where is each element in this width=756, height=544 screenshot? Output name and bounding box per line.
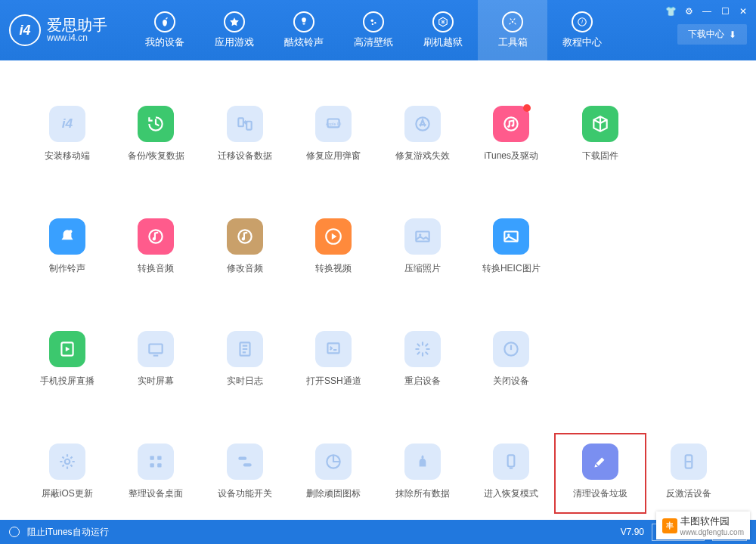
svg-rect-28 <box>328 343 339 353</box>
svg-point-15 <box>69 230 72 233</box>
app-title: 爱思助手 <box>47 17 107 33</box>
tool-gear[interactable]: 屏蔽iOS更新 <box>26 444 109 500</box>
log-icon <box>227 331 263 367</box>
tool-label: 设备功能开关 <box>218 487 272 500</box>
itunes-icon <box>493 106 529 142</box>
svg-point-2 <box>372 23 373 25</box>
watermark-brand: 丰图软件园 <box>680 515 745 528</box>
tool-log[interactable]: 实时日志 <box>203 331 287 388</box>
svg-rect-35 <box>238 457 246 460</box>
tool-label: 整理设备桌面 <box>129 487 183 500</box>
download-center-label: 下载中心 <box>688 28 724 41</box>
bell-icon <box>49 218 85 255</box>
nav-icon <box>502 11 523 32</box>
tool-recovery[interactable]: 进入恢复模式 <box>469 444 553 500</box>
tool-label: 进入恢复模式 <box>484 487 538 500</box>
svg-rect-36 <box>243 463 252 466</box>
nav-icon: i <box>572 11 593 32</box>
svg-rect-34 <box>157 463 161 467</box>
tool-pie[interactable]: 删除顽固图标 <box>292 444 375 500</box>
svg-rect-33 <box>150 463 154 467</box>
svg-rect-7 <box>238 118 243 126</box>
toolbox-content: i4安装移动端备份/恢复数据迁移设备数据Apple ID修复应用弹窗修复游戏失效… <box>0 60 756 520</box>
nav-label: 刷机越狱 <box>423 36 463 49</box>
svg-point-19 <box>241 237 244 240</box>
main-nav: 我的设备应用游戏酷炫铃声高清壁纸刷机越狱工具箱i教程中心 <box>130 0 617 60</box>
nav-device[interactable]: 我的设备 <box>130 0 200 60</box>
tool-label: 重启设备 <box>404 375 441 388</box>
photo-icon <box>404 218 441 255</box>
tool-transfer[interactable]: 迁移设备数据 <box>203 106 287 162</box>
tool-loading[interactable]: 重启设备 <box>381 331 464 388</box>
svg-rect-21 <box>416 232 429 242</box>
deactivate-icon <box>671 444 707 480</box>
tool-i4[interactable]: i4安装移动端 <box>26 106 109 162</box>
nav-label: 教程中心 <box>562 36 602 49</box>
nav-apps[interactable]: 应用游戏 <box>200 0 269 60</box>
tool-heic[interactable]: 转换HEIC图片 <box>469 218 553 275</box>
tool-label: 迁移设备数据 <box>218 150 272 162</box>
settings-icon[interactable]: ⚙ <box>682 5 696 18</box>
restore-icon <box>138 106 174 142</box>
tool-label: 安装移动端 <box>45 150 90 162</box>
svg-rect-38 <box>508 455 515 466</box>
tool-bell[interactable]: 制作铃声 <box>26 218 109 275</box>
svg-point-17 <box>153 237 156 240</box>
tool-itunes[interactable]: iTunes及驱动 <box>469 106 553 162</box>
nav-toolbox[interactable]: 工具箱 <box>478 0 547 60</box>
tool-toggles[interactable]: 设备功能开关 <box>203 444 287 500</box>
tool-screen[interactable]: 实时屏幕 <box>114 331 197 388</box>
tool-label: 转换HEIC图片 <box>482 262 541 275</box>
close-button[interactable]: ✕ <box>736 5 750 18</box>
tool-label: 下载固件 <box>582 150 618 162</box>
tool-edit-audio[interactable]: 修改音频 <box>203 218 287 275</box>
tool-label: 打开SSH通道 <box>306 375 361 388</box>
nav-icon <box>224 11 245 32</box>
nav-wallpapers[interactable]: 高清壁纸 <box>339 0 408 60</box>
gear-icon <box>49 444 85 480</box>
tool-erase[interactable]: 抹除所有数据 <box>381 444 464 500</box>
tool-ssh[interactable]: 打开SSH通道 <box>292 331 375 388</box>
tool-label: 关闭设备 <box>493 375 529 388</box>
prevent-itunes-label[interactable]: 阻止iTunes自动运行 <box>27 526 109 539</box>
tool-appleid[interactable]: Apple ID修复应用弹窗 <box>292 106 375 162</box>
svg-point-14 <box>512 125 514 127</box>
ssh-icon <box>315 331 352 367</box>
window-controls: 👕 ⚙ — ☐ ✕ <box>664 5 750 18</box>
tool-restore[interactable]: 备份/恢复数据 <box>114 106 197 162</box>
tool-label: 修改音频 <box>227 262 263 275</box>
tool-power[interactable]: 关闭设备 <box>469 331 553 388</box>
tool-appstore[interactable]: 修复游戏失效 <box>381 106 464 162</box>
tool-cast[interactable]: 手机投屏直播 <box>26 331 109 388</box>
tool-label: 手机投屏直播 <box>40 375 94 388</box>
nav-label: 高清壁纸 <box>354 36 393 49</box>
tool-play[interactable]: 转换视频 <box>292 218 375 275</box>
nav-icon <box>432 11 454 32</box>
tool-label: 抹除所有数据 <box>395 487 450 500</box>
theme-icon[interactable]: 👕 <box>664 5 677 18</box>
svg-rect-32 <box>157 456 161 459</box>
tool-photo[interactable]: 压缩照片 <box>381 218 464 275</box>
watermark-icon: 丰 <box>662 518 677 533</box>
svg-point-30 <box>65 459 70 465</box>
notification-dot-icon <box>523 104 531 112</box>
tool-label: 实时屏幕 <box>138 375 174 388</box>
maximize-button[interactable]: ☐ <box>718 5 732 18</box>
clean-icon <box>582 444 618 480</box>
nav-icon <box>293 11 314 32</box>
nav-tutorials[interactable]: i教程中心 <box>547 0 617 60</box>
download-center-button[interactable]: 下载中心 ⬇ <box>677 24 747 45</box>
tool-clean[interactable]: 清理设备垃圾 <box>559 444 642 500</box>
nav-ringtones[interactable]: 酷炫铃声 <box>269 0 339 60</box>
tool-label: 压缩照片 <box>404 262 441 275</box>
tool-label: 反激活设备 <box>666 487 711 500</box>
app-subtitle: www.i4.cn <box>47 33 107 43</box>
nav-label: 酷炫铃声 <box>284 36 324 49</box>
tool-apps[interactable]: 整理设备桌面 <box>114 444 197 500</box>
transfer-icon <box>227 106 263 142</box>
tool-cube[interactable]: 下载固件 <box>559 106 642 162</box>
tool-deactivate[interactable]: 反激活设备 <box>647 444 730 500</box>
tool-audio[interactable]: 转换音频 <box>114 218 197 275</box>
minimize-button[interactable]: — <box>700 5 714 18</box>
nav-flash[interactable]: 刷机越狱 <box>408 0 478 60</box>
